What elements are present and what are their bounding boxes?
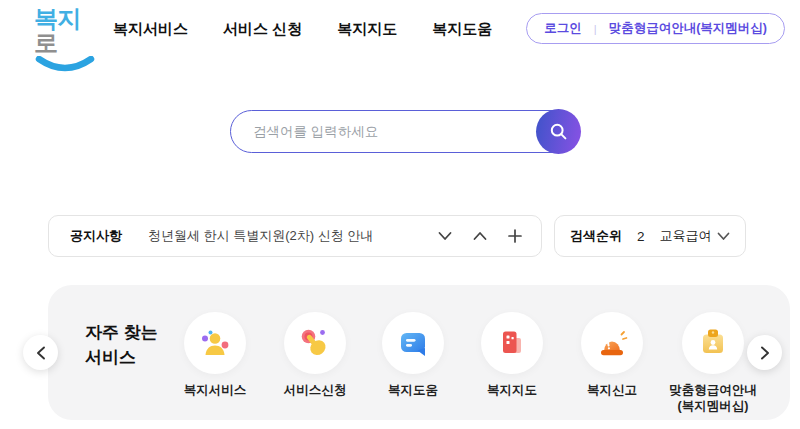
service-item-welfare-services[interactable]: 복지서비스 bbox=[163, 312, 267, 399]
notice-label: 공지사항 bbox=[70, 227, 122, 245]
chat-bubble-icon bbox=[395, 325, 431, 361]
login-membership-button[interactable]: 로그인 | 맞춤형급여안내(복지멤버십) bbox=[526, 13, 785, 44]
welfare-person-icon bbox=[197, 325, 233, 361]
notice-expand-button[interactable] bbox=[507, 228, 523, 244]
search-button[interactable] bbox=[536, 109, 581, 154]
logo-text-primary: 복지 bbox=[34, 5, 80, 32]
notice-headline[interactable]: 청년월세 한시 특별지원(2차) 신청 안내 bbox=[148, 227, 437, 245]
logo-text-secondary: 로 bbox=[34, 29, 57, 56]
nav-item-welfare-map[interactable]: 복지지도 bbox=[337, 20, 397, 39]
search-rank-keyword[interactable]: 교육급여 bbox=[660, 227, 717, 245]
search-bar bbox=[230, 110, 580, 153]
nav-item-welfare-services[interactable]: 복지서비스 bbox=[113, 20, 188, 39]
notice-next-button[interactable] bbox=[437, 228, 453, 244]
login-divider: | bbox=[594, 23, 597, 35]
search-input[interactable] bbox=[231, 111, 526, 152]
notice-bar: 공지사항 청년월세 한시 특별지원(2차) 신청 안내 bbox=[48, 215, 542, 257]
search-rank-dropdown[interactable]: 검색순위 2 교육급여 bbox=[554, 215, 746, 257]
service-item-label: 복지지도 bbox=[460, 383, 564, 399]
service-item-welfare-help[interactable]: 복지도움 bbox=[361, 312, 465, 399]
service-item-welfare-map[interactable]: 복지지도 bbox=[460, 312, 564, 399]
logo-smile-icon bbox=[34, 56, 96, 73]
search-icon bbox=[549, 122, 568, 141]
quick-services-title: 자주 찾는 서비스 bbox=[85, 321, 158, 370]
service-item-label: 복지도움 bbox=[361, 383, 465, 399]
nav-item-service-apply[interactable]: 서비스 신청 bbox=[223, 20, 302, 39]
carousel-next-button[interactable] bbox=[747, 335, 782, 370]
service-item-welfare-report[interactable]: 복지신고 bbox=[560, 312, 664, 399]
building-icon bbox=[494, 325, 530, 361]
plus-icon bbox=[508, 229, 522, 243]
chevron-up-icon bbox=[473, 231, 487, 241]
click-hand-icon bbox=[297, 325, 333, 361]
membership-link[interactable]: 맞춤형급여안내(복지멤버십) bbox=[609, 20, 767, 37]
carousel-prev-button[interactable] bbox=[23, 335, 58, 370]
service-item-membership[interactable]: 맞춤형급여안내(복지멤버십) bbox=[661, 312, 765, 414]
notice-prev-button[interactable] bbox=[472, 228, 488, 244]
service-item-label: 복지서비스 bbox=[163, 383, 267, 399]
header: 복지로 복지서비스 서비스 신청 복지지도 복지도움 복지신고 로그인 | 맞춤… bbox=[0, 0, 800, 62]
quick-services-panel: 자주 찾는 서비스 복지서비스 bbox=[48, 285, 790, 420]
clipboard-icon bbox=[695, 325, 731, 361]
service-item-label: 서비스신청 bbox=[263, 383, 367, 399]
service-item-label: 맞춤형급여안내(복지멤버십) bbox=[661, 383, 765, 414]
service-item-service-apply[interactable]: 서비스신청 bbox=[263, 312, 367, 399]
service-item-label: 복지신고 bbox=[560, 383, 664, 399]
chevron-down-icon bbox=[717, 232, 730, 241]
chevron-right-icon bbox=[760, 346, 770, 360]
chevron-left-icon bbox=[36, 346, 46, 360]
nav-item-welfare-help[interactable]: 복지도움 bbox=[432, 20, 492, 39]
bokjiro-logo[interactable]: 복지로 bbox=[34, 7, 100, 59]
notice-controls bbox=[437, 228, 523, 244]
login-link[interactable]: 로그인 bbox=[544, 20, 582, 37]
main-nav: 복지서비스 서비스 신청 복지지도 복지도움 복지신고 bbox=[113, 0, 587, 58]
search-rank-number: 2 bbox=[637, 229, 645, 244]
search-rank-label: 검색순위 bbox=[570, 227, 622, 245]
siren-icon bbox=[594, 325, 630, 361]
chevron-down-icon bbox=[438, 231, 452, 241]
